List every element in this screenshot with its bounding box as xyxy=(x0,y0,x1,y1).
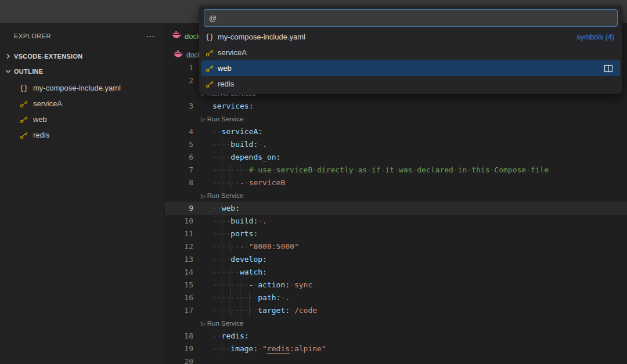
code-line-12[interactable]: 12······-·"8000:5000" xyxy=(165,240,627,253)
line-content: ····build:·. xyxy=(212,138,267,151)
line-content: ····develop: xyxy=(212,253,267,266)
line-number: 7 xyxy=(165,164,193,176)
code-line-17[interactable]: 17··········target:·/code xyxy=(165,304,627,317)
quick-open-row-label: serviceA xyxy=(218,48,247,57)
line-content: ····build:·. xyxy=(212,215,267,228)
sidebar-section-vscode-extension[interactable]: VSCODE-EXTENSION xyxy=(0,49,164,64)
line-number: 3 xyxy=(165,100,193,113)
code-line-9[interactable]: 9··web: xyxy=(165,202,627,215)
line-content: ··web: xyxy=(212,202,240,215)
codelens-label: Run Service xyxy=(207,320,244,327)
code-line-4[interactable]: 4··serviceA: xyxy=(165,125,627,138)
json-braces-icon: {} xyxy=(20,84,28,92)
symbols-count-link[interactable]: symbols (4) xyxy=(576,33,614,41)
code-line-20[interactable]: 20 xyxy=(165,355,627,364)
codelens-run-service[interactable]: ▷Run Service xyxy=(201,189,243,203)
key-icon xyxy=(205,80,214,89)
outline-item-redis[interactable]: redis xyxy=(0,127,164,143)
line-content: ········-·action:·sync xyxy=(212,279,312,291)
quick-open-input[interactable] xyxy=(204,9,618,27)
docker-whale-icon xyxy=(172,30,181,42)
code-line-3[interactable]: 3services: xyxy=(165,100,627,113)
section-label: VSCODE-EXTENSION xyxy=(14,53,82,60)
code-line-16[interactable]: 16··········path:·. xyxy=(165,291,627,304)
codelens-label: Run Service xyxy=(207,192,244,199)
json-braces-icon: {} xyxy=(206,33,214,41)
code-line-6[interactable]: 6····depends_on: xyxy=(165,151,627,164)
line-number: 13 xyxy=(165,253,193,266)
line-content: ····image:·"redis:alpine" xyxy=(212,343,326,355)
item-icon xyxy=(205,80,214,89)
line-content: ··redis: xyxy=(212,330,249,343)
quick-open-list: {}my-compose-include.yamlsymbols (4)serv… xyxy=(199,29,622,92)
section-label: OUTLINE xyxy=(14,68,43,75)
outline-item-web[interactable]: web xyxy=(0,111,164,127)
code-line-18[interactable]: 18··redis: xyxy=(165,330,627,343)
explorer-title: EXPLORER xyxy=(14,33,146,39)
code-line-7[interactable]: 7········#·use·serviceB·directly·as·if·i… xyxy=(165,164,627,176)
line-content: ··serviceA: xyxy=(212,125,262,138)
quick-open-widget: {}my-compose-include.yamlsymbols (4)serv… xyxy=(199,6,622,94)
vscode-window: EXPLORER ⋯ VSCODE-EXTENSION OUTLINE {}my… xyxy=(0,0,627,364)
line-number: 4 xyxy=(165,125,193,138)
explorer-sidebar: EXPLORER ⋯ VSCODE-EXTENSION OUTLINE {}my… xyxy=(0,23,164,364)
code-line-13[interactable]: 13····develop: xyxy=(165,253,627,266)
key-icon xyxy=(205,64,214,73)
codelens-run-service[interactable]: ▷Run Service xyxy=(201,113,243,126)
line-number: 10 xyxy=(165,215,193,228)
more-actions-icon[interactable]: ⋯ xyxy=(146,32,154,41)
item-icon xyxy=(19,99,28,109)
line-number: 1 xyxy=(165,62,193,74)
line-number: 16 xyxy=(165,291,193,304)
run-icon: ▷ xyxy=(201,116,206,122)
chevron-down-icon xyxy=(3,67,13,76)
item-icon xyxy=(19,115,28,124)
item-icon: {} xyxy=(19,84,28,93)
key-icon xyxy=(19,99,28,109)
code-line-19[interactable]: 19····image:·"redis:alpine" xyxy=(165,343,627,355)
codelens-run-service[interactable]: ▷Run Service xyxy=(201,317,243,330)
code-line-15[interactable]: 15········-·action:·sync xyxy=(165,279,627,291)
line-number: 5 xyxy=(165,138,193,151)
outline-item-label: web xyxy=(33,115,47,124)
outline-item-my-compose-include-yaml[interactable]: {}my-compose-include.yaml xyxy=(0,80,164,96)
codelens-row: ▷Run Service xyxy=(165,317,627,330)
line-number: 20 xyxy=(165,355,193,364)
split-editor-icon[interactable] xyxy=(604,64,613,73)
line-content: ··········path:·. xyxy=(212,291,290,304)
line-number: 8 xyxy=(165,176,193,189)
line-number: 11 xyxy=(165,228,193,240)
line-number: 19 xyxy=(165,343,193,355)
line-content: ······watch: xyxy=(212,266,267,279)
codelens-row: ▷Run Service xyxy=(165,189,627,202)
line-number: 17 xyxy=(165,304,193,317)
line-number: 2 xyxy=(165,74,193,87)
code-line-10[interactable]: 10····build:·. xyxy=(165,215,627,228)
outline-item-label: my-compose-include.yaml xyxy=(33,84,121,92)
quick-open-row-label: redis xyxy=(218,80,234,88)
quick-open-row-redis[interactable]: redis xyxy=(201,76,620,92)
explorer-header: EXPLORER ⋯ xyxy=(0,28,164,44)
outline-item-label: serviceA xyxy=(33,99,62,108)
line-content: ······-·"8000:5000" xyxy=(212,240,299,253)
code-line-8[interactable]: 8······-·serviceB xyxy=(165,176,627,189)
line-number: 18 xyxy=(165,330,193,343)
key-icon xyxy=(19,131,28,140)
outline-item-servicea[interactable]: serviceA xyxy=(0,96,164,111)
quick-open-row-my-compose-include-yaml[interactable]: {}my-compose-include.yamlsymbols (4) xyxy=(201,29,620,45)
line-content: services: xyxy=(212,100,253,113)
sidebar-section-outline[interactable]: OUTLINE xyxy=(0,64,164,79)
code-line-14[interactable]: 14······watch: xyxy=(165,266,627,279)
chevron-right-icon xyxy=(3,52,13,61)
item-icon xyxy=(19,131,28,140)
outline-item-label: redis xyxy=(33,131,49,139)
quick-open-row-servicea[interactable]: serviceA xyxy=(201,45,620,60)
line-number: 15 xyxy=(165,279,193,291)
code-editor[interactable]: 12▷Run All Services3services:▷Run Servic… xyxy=(165,62,627,364)
line-content: ····depends_on: xyxy=(212,151,280,164)
key-icon xyxy=(205,48,214,57)
item-icon: {} xyxy=(205,33,214,42)
code-line-11[interactable]: 11····ports: xyxy=(165,228,627,240)
quick-open-row-web[interactable]: web xyxy=(201,60,620,76)
code-line-5[interactable]: 5····build:·. xyxy=(165,138,627,151)
